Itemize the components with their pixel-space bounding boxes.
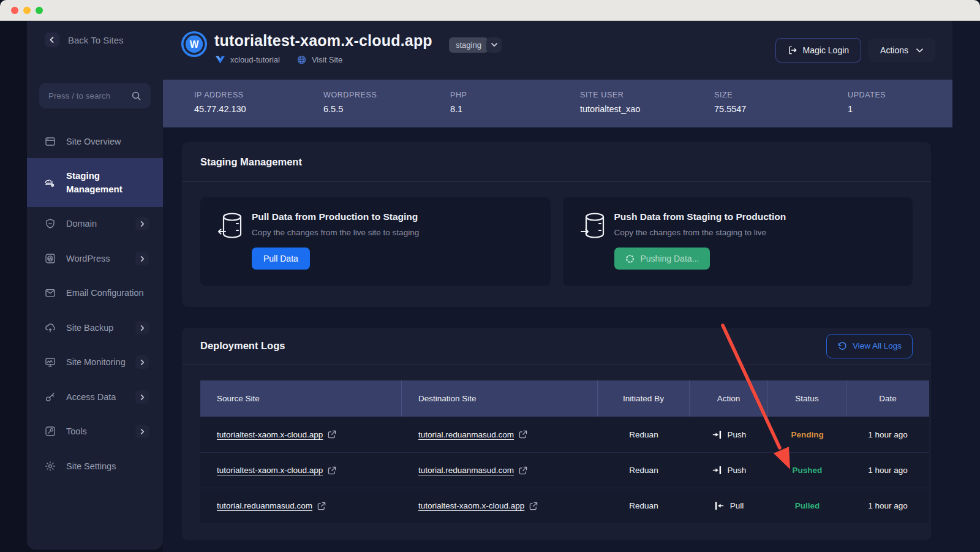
external-link-icon <box>519 430 527 439</box>
sidebar-item-site-monitoring[interactable]: Site Monitoring <box>27 353 163 371</box>
chevron-right-icon[interactable] <box>135 217 149 230</box>
column-header-action: Action <box>690 380 768 417</box>
domain-icon <box>45 218 56 229</box>
deployment-logs-card: Deployment Logs View All Logs Source Sit… <box>182 328 931 540</box>
sidebar-item-access-data[interactable]: Access Data <box>27 388 163 406</box>
sidebar-item-wordpress[interactable]: WordPress <box>27 249 163 268</box>
deployment-logs-table: Source Site Destination Site Initiated B… <box>200 380 929 523</box>
log-status-1: Pushed <box>768 466 846 475</box>
action-cell: Pull <box>690 501 768 511</box>
table-header-row: Source Site Destination Site Initiated B… <box>200 380 929 417</box>
site-header: W tutorialtest-xaom.x-cloud.app staging … <box>163 21 952 80</box>
pull-data-panel: Pull Data from Production to Staging Cop… <box>200 197 551 286</box>
chevron-right-icon[interactable] <box>135 252 149 265</box>
xcloud-logo-icon <box>216 56 225 64</box>
chevron-right-icon[interactable] <box>135 321 149 335</box>
action-cell: Push <box>690 465 768 475</box>
actions-button[interactable]: Actions <box>868 38 935 62</box>
environment-dropdown-button[interactable] <box>486 37 502 53</box>
app-shell: Back To Sites Press / to search Site Ove… <box>0 21 980 552</box>
info-site-user: SITE USERtutorialtest_xao <box>580 80 714 127</box>
sidebar-item-domain[interactable]: Domain <box>27 214 163 233</box>
sidebar-item-email-configuration[interactable]: Email Configuration <box>27 284 163 302</box>
wordpress-icon <box>45 253 56 264</box>
tools-icon <box>45 426 56 437</box>
source-site-link[interactable]: tutorialtest-xaom.x-cloud.app <box>217 466 336 475</box>
log-status-0: Pending <box>768 430 846 439</box>
magic-login-button[interactable]: Magic Login <box>775 38 862 62</box>
sidebar-item-staging-management[interactable]: Staging Management <box>27 158 163 207</box>
table-row: tutorialtest-xaom.x-cloud.app tutorial.r… <box>200 417 929 452</box>
external-link-icon <box>328 430 336 439</box>
wordpress-logo-icon: W <box>181 31 208 58</box>
initiated-by-cell: Reduan <box>598 501 690 510</box>
history-icon <box>837 341 847 351</box>
destination-site-link[interactable]: tutorialtest-xaom.x-cloud.app <box>418 501 538 510</box>
page-title: tutorialtest-xaom.x-cloud.app <box>214 32 432 50</box>
push-panel-title: Push Data from Staging to Production <box>614 211 786 222</box>
monitoring-icon <box>45 357 56 368</box>
environment-badge: staging <box>449 37 488 53</box>
initiated-by-cell: Reduan <box>598 430 690 439</box>
login-icon <box>788 45 797 55</box>
view-all-logs-button[interactable]: View All Logs <box>826 334 913 358</box>
column-header-date: Date <box>846 380 929 417</box>
destination-site-link[interactable]: tutorial.reduanmasud.com <box>418 466 527 475</box>
info-updates: UPDATES1 <box>848 80 952 127</box>
date-cell: 1 hour ago <box>846 466 929 475</box>
search-input[interactable]: Press / to search <box>39 83 151 108</box>
source-site-link[interactable]: tutorial.reduanmasud.com <box>217 501 326 510</box>
external-link-icon <box>317 502 326 510</box>
info-wordpress-version: WORDPRESS6.5.5 <box>323 80 450 127</box>
pull-panel-subtitle: Copy the changes from the live site to s… <box>252 228 419 237</box>
main-area: W tutorialtest-xaom.x-cloud.app staging … <box>163 21 980 552</box>
minimize-window-button[interactable] <box>23 7 31 14</box>
back-to-sites-button[interactable]: Back To Sites <box>45 32 124 47</box>
sidebar-item-site-backup[interactable]: Site Backup <box>27 319 163 337</box>
deployment-logs-title: Deployment Logs <box>200 340 285 352</box>
sidebar-item-site-overview[interactable]: Site Overview <box>27 132 163 151</box>
destination-site-link[interactable]: tutorial.reduanmasud.com <box>418 430 527 439</box>
chevron-right-icon[interactable] <box>135 355 149 369</box>
sidebar-item-tools[interactable]: Tools <box>27 422 163 440</box>
database-push-icon <box>580 211 606 242</box>
server-name-label: xcloud-tutorial <box>230 55 280 64</box>
action-cell: Push <box>690 429 768 440</box>
pushing-data-button[interactable]: Pushing Data... <box>614 248 710 270</box>
table-row: tutorial.reduanmasud.com tutorialtest-xa… <box>200 488 929 523</box>
backup-icon <box>45 322 56 333</box>
chevron-left-icon <box>45 32 59 47</box>
access-data-icon <box>45 391 56 403</box>
macos-titlebar <box>0 0 980 21</box>
info-php-version: PHP8.1 <box>450 80 580 127</box>
pull-icon <box>714 501 725 511</box>
database-pull-icon <box>217 211 243 242</box>
info-ip-address: IP ADDRESS45.77.42.130 <box>194 80 323 127</box>
staging-icon <box>45 177 56 188</box>
initiated-by-cell: Reduan <box>598 466 690 475</box>
chevron-right-icon[interactable] <box>135 390 149 404</box>
source-site-link[interactable]: tutorialtest-xaom.x-cloud.app <box>217 430 336 439</box>
info-size: SIZE75.5547 <box>714 80 848 127</box>
push-panel-subtitle: Copy the changes from the staging to liv… <box>614 228 786 237</box>
close-window-button[interactable] <box>11 7 18 14</box>
svg-text:W: W <box>190 39 199 50</box>
spinner-icon <box>625 254 635 263</box>
back-to-sites-label: Back To Sites <box>68 35 124 45</box>
table-row: tutorialtest-xaom.x-cloud.app tutorial.r… <box>200 452 929 488</box>
site-info-bar: IP ADDRESS45.77.42.130 WORDPRESS6.5.5 PH… <box>163 80 952 127</box>
chevron-down-icon <box>916 48 923 53</box>
chevron-right-icon[interactable] <box>135 425 149 438</box>
settings-icon <box>45 461 56 472</box>
sidebar-item-site-settings[interactable]: Site Settings <box>27 457 163 475</box>
log-status-2: Pulled <box>768 501 846 510</box>
visit-site-link[interactable]: Visit Site <box>312 55 342 64</box>
zoom-window-button[interactable] <box>36 7 43 14</box>
external-link-icon <box>519 466 527 475</box>
site-overview-icon <box>45 136 56 147</box>
external-link-icon <box>529 502 538 510</box>
pull-panel-title: Pull Data from Production to Staging <box>252 211 419 222</box>
pull-data-button[interactable]: Pull Data <box>252 248 310 270</box>
column-header-destination-site: Destination Site <box>402 380 598 417</box>
staging-management-title: Staging Management <box>200 156 302 168</box>
